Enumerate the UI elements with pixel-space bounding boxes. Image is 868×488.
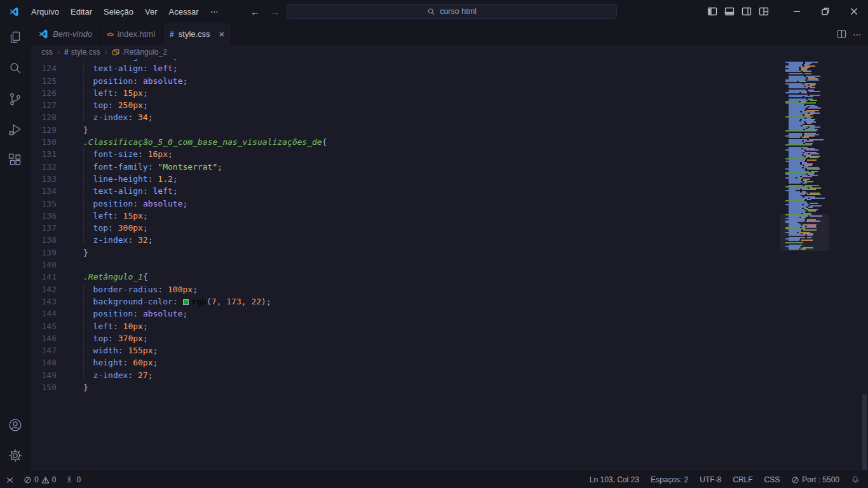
indent-guide	[83, 283, 93, 294]
minimize-button[interactable]	[782, 0, 811, 23]
code-token: ;	[173, 64, 178, 73]
breadcrumb-label: css	[41, 48, 53, 57]
tab-bar: Bem-vindo<>index.html#style.css× ⋯	[31, 23, 868, 45]
nav-back-icon[interactable]: ←	[250, 6, 260, 17]
line-number: 130	[31, 136, 57, 148]
encoding-setting[interactable]: UTF-8	[694, 471, 727, 488]
code-token: 300px	[118, 223, 143, 233]
code-token: :	[113, 88, 123, 98]
code-token: :	[143, 186, 153, 196]
breadcrumb-item-file-style-css[interactable]: #style.css	[64, 48, 100, 57]
command-center-search[interactable]: curso html	[287, 4, 617, 19]
code-token: left	[93, 322, 113, 331]
source-control-icon[interactable]	[0, 84, 31, 114]
code-token: left	[93, 211, 113, 220]
ports-indicator[interactable]: 0	[60, 471, 85, 488]
menu-item-editar[interactable]: Editar	[65, 0, 98, 23]
tab-label: Bem-vindo	[53, 29, 92, 39]
live-server-port[interactable]: Port : 5500	[785, 471, 845, 488]
code-token: :	[138, 149, 148, 159]
restore-button[interactable]	[811, 0, 839, 23]
code-token: position	[93, 309, 133, 318]
split-editor-icon[interactable]	[837, 29, 846, 39]
code-token: text-align	[93, 64, 143, 73]
code-token: :	[113, 322, 123, 331]
code-token: absolute	[143, 309, 183, 318]
accounts-icon[interactable]	[0, 410, 31, 440]
code-token: ,	[241, 297, 252, 306]
titlebar-controls	[703, 0, 868, 23]
tab-welcome[interactable]: Bem-vindo	[31, 23, 100, 45]
class-icon	[112, 48, 119, 56]
ports-count: 0	[76, 475, 81, 484]
indentation-setting[interactable]: Espaços: 2	[645, 471, 694, 488]
titlebar: ArquivoEditarSeleçãoVerAcessar⋯ ← → curs…	[0, 0, 868, 23]
editor[interactable]: 123line-height: 1.2;124text-align: left;…	[31, 59, 868, 471]
code-token: 15px	[123, 88, 143, 98]
remote-indicator[interactable]	[0, 471, 19, 488]
code-text: text-align: left;	[83, 186, 178, 196]
code-token: :	[158, 285, 168, 294]
code-token: 27	[138, 370, 148, 380]
editor-more-actions-icon[interactable]: ⋯	[853, 29, 862, 39]
line-number: 133	[31, 173, 57, 185]
code-token: }	[83, 248, 88, 257]
notifications-bell[interactable]	[845, 471, 868, 488]
code-token: ;	[193, 285, 198, 294]
code-line: 148height: 60px;	[31, 356, 785, 369]
indent-guide	[83, 198, 93, 208]
tab-index-html[interactable]: <>index.html	[100, 23, 163, 45]
tab-close-icon[interactable]: ×	[219, 29, 225, 39]
problems-indicator[interactable]: 0 0	[19, 471, 60, 488]
code-token: :	[133, 76, 143, 86]
code-text: z-index: 27;	[83, 370, 153, 380]
code-token: :	[143, 64, 153, 73]
code-token: absolute	[143, 76, 183, 86]
code-token: ;	[153, 358, 158, 367]
language-mode[interactable]: CSS	[759, 471, 786, 488]
line-number: 124	[31, 62, 57, 74]
eol-setting[interactable]: CRLF	[727, 471, 758, 488]
code-token: 34	[138, 112, 148, 122]
code-token: ;	[148, 370, 153, 380]
code-token: :	[148, 59, 158, 61]
menu-item-ver[interactable]: Ver	[139, 0, 163, 23]
code-line: 132font-family: "Montserrat";	[31, 161, 785, 173]
toggle-sidebar-icon[interactable]	[703, 0, 721, 23]
cursor-position[interactable]: Ln 103, Col 23	[584, 471, 645, 488]
menu-item-arquivo[interactable]: Arquivo	[25, 0, 65, 23]
code-token: 100px	[168, 285, 193, 294]
breadcrumb-item-folder-css[interactable]: css	[41, 48, 53, 57]
search-sidebar-icon[interactable]	[0, 53, 31, 84]
run-debug-icon[interactable]	[0, 114, 31, 145]
explorer-icon[interactable]	[0, 23, 31, 53]
toggle-secondary-sidebar-icon[interactable]	[738, 0, 755, 23]
code-token: :	[108, 223, 118, 233]
color-swatch[interactable]	[183, 299, 189, 305]
menu-item-acessar[interactable]: Acessar	[163, 0, 205, 23]
customize-layout-icon[interactable]	[755, 0, 772, 23]
code-line: 137top: 300px;	[31, 222, 785, 234]
close-button[interactable]	[839, 0, 868, 23]
code-token: )	[261, 297, 266, 306]
minimap-viewport[interactable]	[780, 214, 829, 251]
menu-item-more[interactable]: ⋯	[205, 0, 224, 23]
search-value: curso html	[440, 7, 477, 16]
extensions-icon[interactable]	[0, 145, 31, 175]
code-text: top: 300px;	[83, 223, 148, 233]
css-icon: #	[64, 48, 69, 57]
code-token: height	[93, 358, 123, 367]
code-text: width: 155px;	[83, 346, 158, 355]
code-text: font-size: 16px;	[83, 149, 173, 159]
menu-item-selecao[interactable]: Seleção	[98, 0, 139, 23]
breadcrumb-item-symbol-retangulo-2[interactable]: .Retângulo_2	[112, 48, 167, 57]
settings-gear-icon[interactable]	[0, 440, 31, 471]
scrollbar-thumb[interactable]	[862, 394, 867, 470]
code-text: }	[83, 248, 88, 257]
toggle-panel-icon[interactable]	[721, 0, 738, 23]
code-token: left	[153, 64, 173, 73]
code-text: .Classificação_5_0_com_base_nas_visualiz…	[83, 137, 327, 147]
line-number: 137	[31, 222, 57, 234]
line-number: 148	[31, 356, 57, 369]
tab-style-css[interactable]: #style.css×	[163, 23, 232, 45]
